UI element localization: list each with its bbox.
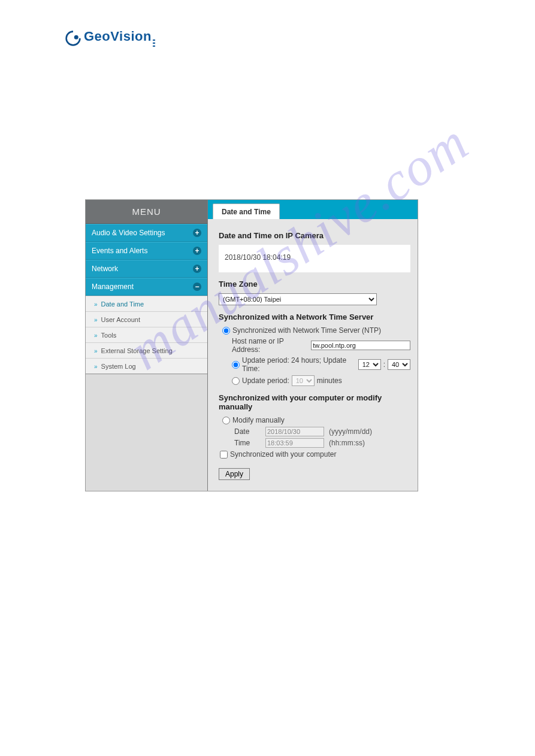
sync-computer-checkbox[interactable]	[220, 451, 228, 459]
plus-icon: +	[193, 229, 201, 237]
heading-ntp: Synchronized with a Network Time Server	[219, 312, 410, 321]
ntp-periodmin-label: Update period:	[242, 377, 289, 385]
ntp-host-label: Host name or IP Address:	[232, 337, 309, 354]
current-datetime-value: 2018/10/30 18:04:19	[225, 253, 291, 262]
sync-computer-label: Synchronized with your computer	[230, 450, 336, 459]
ntp-host-input[interactable]	[311, 341, 410, 350]
manual-radio-label: Modify manually	[232, 416, 285, 424]
app-window: MENU Audio & Video Settings + Events and…	[85, 199, 418, 491]
sidebar-section-network[interactable]: Network +	[86, 260, 207, 278]
ntp-period24-row: Update period: 24 hours; Update Time: 12…	[232, 356, 410, 373]
logo-geo: Geo	[84, 29, 110, 44]
ntp-enable-radio[interactable]	[222, 327, 230, 335]
sidebar-section-label: Events and Alerts	[92, 242, 147, 260]
manual-radio[interactable]	[222, 417, 230, 424]
ntp-minute-select[interactable]: 40	[388, 359, 410, 370]
logo-bars-icon	[153, 39, 155, 47]
ntp-periodmin-radio[interactable]	[232, 377, 240, 385]
sidebar: MENU Audio & Video Settings + Events and…	[86, 200, 208, 491]
manual-time-input[interactable]	[265, 438, 324, 448]
colon-separator: :	[383, 360, 385, 369]
ntp-period24-radio[interactable]	[232, 361, 240, 369]
manual-time-label: Time	[234, 439, 261, 447]
sidebar-section-label: Network	[92, 260, 118, 278]
heading-datetime: Date and Time on IP Camera	[219, 231, 410, 240]
ntp-enable-label: Synchronized with Network Time Server (N…	[232, 326, 381, 335]
minus-icon: −	[193, 283, 201, 291]
sidebar-item-systemlog[interactable]: System Log	[86, 358, 207, 374]
sidebar-item-tools[interactable]: Tools	[86, 327, 207, 342]
sidebar-section-audiovideo[interactable]: Audio & Video Settings +	[86, 224, 207, 242]
sidebar-item-externalstorage[interactable]: External Storage Setting	[86, 342, 207, 358]
sidebar-section-events[interactable]: Events and Alerts +	[86, 242, 207, 260]
apply-button[interactable]: Apply	[219, 468, 250, 480]
logo-vision: Vision	[110, 29, 152, 44]
ntp-periodmin-select[interactable]: 10	[292, 375, 315, 386]
logo-swirl-icon	[65, 30, 81, 47]
sidebar-item-datetime[interactable]: Date and Time	[86, 296, 207, 311]
sidebar-section-label: Audio & Video Settings	[92, 224, 165, 242]
manual-date-label: Date	[234, 427, 261, 436]
ntp-radio-row: Synchronized with Network Time Server (N…	[222, 326, 410, 335]
ntp-host-row: Host name or IP Address:	[232, 337, 410, 354]
tabs-bar: Date and Time	[208, 200, 418, 219]
sidebar-section-management[interactable]: Management −	[86, 278, 207, 296]
manual-date-input[interactable]	[265, 427, 324, 436]
timezone-select[interactable]: (GMT+08:00) Taipei	[219, 293, 377, 305]
ntp-period24-label: Update period: 24 hours; Update Time:	[242, 356, 356, 373]
ntp-hour-select[interactable]: 12	[358, 359, 381, 370]
manual-date-row: Date (yyyy/mm/dd)	[234, 427, 410, 436]
manual-date-hint: (yyyy/mm/dd)	[329, 427, 372, 436]
ntp-periodmin-row: Update period: 10 minutes	[232, 375, 410, 386]
plus-icon: +	[193, 265, 201, 273]
plus-icon: +	[193, 247, 201, 255]
sync-computer-row: Synchronized with your computer	[220, 450, 410, 459]
svg-point-0	[74, 35, 78, 39]
manual-time-row: Time (hh:mm:ss)	[234, 438, 410, 448]
manual-time-hint: (hh:mm:ss)	[329, 439, 365, 447]
manual-radio-row: Modify manually	[222, 416, 410, 424]
manual-fields: Date (yyyy/mm/dd) Time (hh:mm:ss)	[234, 427, 410, 448]
sidebar-submenu: Date and Time User Account Tools Externa…	[86, 296, 207, 374]
tab-datetime[interactable]: Date and Time	[213, 204, 280, 219]
heading-manual: Synchronized with your computer or modif…	[219, 393, 410, 411]
heading-timezone: Time Zone	[219, 280, 410, 289]
current-datetime-box: 2018/10/30 18:04:19	[219, 245, 410, 272]
content-area: Date and Time Date and Time on IP Camera…	[208, 200, 418, 491]
logo-text: GeoVision	[84, 29, 155, 47]
sidebar-item-useraccount[interactable]: User Account	[86, 311, 207, 327]
ntp-periodmin-unit: minutes	[317, 377, 342, 385]
sidebar-title: MENU	[86, 200, 207, 224]
sidebar-section-label: Management	[92, 278, 134, 296]
brand-logo: GeoVision	[65, 29, 155, 47]
settings-panel: Date and Time on IP Camera 2018/10/30 18…	[208, 219, 418, 491]
